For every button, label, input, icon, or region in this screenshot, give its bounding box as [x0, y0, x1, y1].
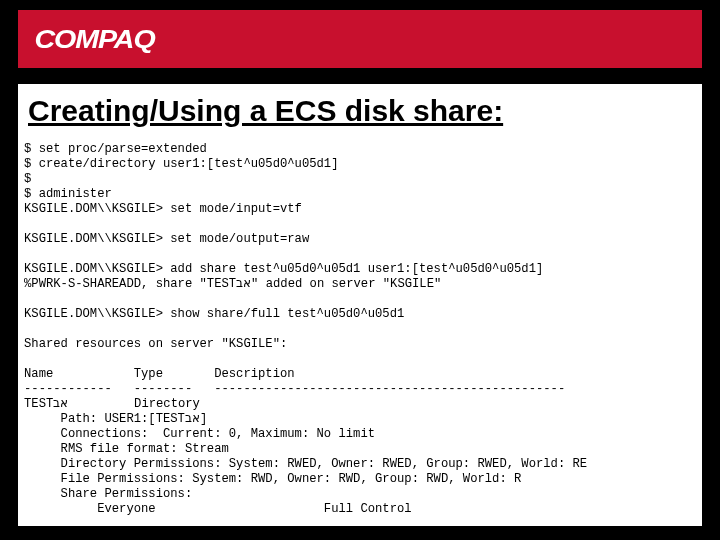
compaq-logo: COMPAQ	[35, 24, 155, 55]
slide: COMPAQ Creating/Using a ECS disk share: …	[0, 0, 720, 540]
terminal-output: $ set proc/parse=extended $ create/direc…	[18, 138, 702, 526]
title-bar: Creating/Using a ECS disk share:	[18, 84, 702, 138]
header-bar: COMPAQ	[18, 10, 702, 68]
slide-title: Creating/Using a ECS disk share:	[28, 94, 503, 128]
